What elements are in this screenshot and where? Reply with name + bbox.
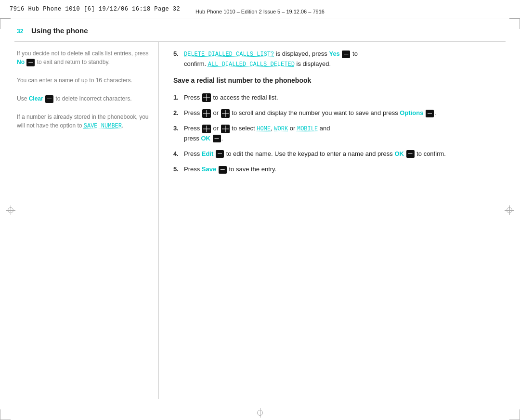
note1-no: No (17, 59, 25, 65)
step1-text-after: to access the redial list. (213, 94, 278, 101)
step3-content: Press or to select HOME, WORK or MOBILE … (184, 124, 501, 143)
step3-or2: or (288, 125, 297, 132)
step5-num: 5. (173, 165, 184, 174)
step5-confirm: confirm. (184, 60, 208, 67)
step5-top-num: 5. (173, 49, 184, 69)
step3-or: or (213, 125, 220, 132)
step3-num: 3. (173, 124, 184, 143)
step5-top: 5. DELETE DIALLED CALLS LIST? is display… (173, 49, 501, 69)
two-column-layout: If you decide not to delete all calls li… (14, 41, 506, 399)
left-note-3: Use Clear — to delete incorrect characte… (17, 94, 149, 103)
steps-list: 1. Press to access the redial list. 2. P… (173, 93, 501, 174)
left-column: If you decide not to delete all calls li… (14, 42, 159, 399)
step-5: 5. Press Save — to save the entry. (173, 165, 501, 174)
note1-text-before: If you decide not to delete all calls li… (17, 50, 148, 57)
step2-content: Press or to scroll and display the numbe… (184, 108, 501, 118)
step2-btn: — (426, 110, 434, 117)
step2-num: 2. (173, 108, 184, 118)
left-center-cross (6, 205, 15, 215)
reg-mark-br (509, 409, 520, 420)
note3-text-after: to delete incorrect characters. (54, 95, 131, 102)
step5-displayed: is displayed. (295, 60, 331, 67)
step3-press-ok: press (184, 135, 201, 142)
step5-btn: — (342, 51, 350, 58)
step-2: 2. Press or to scroll and display the nu… (173, 108, 501, 118)
step5-text-before: Press (184, 165, 202, 173)
step2-text-mid: to scroll and display the number you wan… (232, 109, 400, 116)
step1-nav-icon (202, 93, 211, 102)
step3-text-after: and (320, 125, 330, 132)
step2-options: Options (400, 109, 423, 116)
step3-period: . (221, 135, 223, 142)
step3-ok: OK (201, 135, 210, 142)
section-heading: Save a redial list number to the phonebo… (173, 76, 501, 86)
step2-nav-icon1 (202, 109, 211, 118)
main-content: 32 Using the phone If you decide not to … (14, 26, 506, 406)
step5-lcd2: ALL DIALLED CALLS DELETED (208, 61, 295, 68)
step3-text-before: Press (184, 125, 202, 132)
step4-num: 4. (173, 149, 184, 159)
step2-text-before: Press (184, 109, 202, 116)
page-number: 32 (17, 28, 26, 35)
step5-text-after: to save the entry. (229, 165, 276, 173)
step3-nav-icon2 (221, 125, 230, 133)
step3-work: WORK (274, 126, 288, 132)
step3-btn: — (213, 135, 221, 142)
page-title: Using the phone (31, 26, 88, 35)
step1-text-before: Press (184, 94, 202, 101)
step4-text-before: Press (184, 150, 202, 157)
step5-top-content: DELETE DIALLED CALLS LIST? is displayed,… (184, 49, 501, 69)
right-center-cross (505, 205, 514, 215)
step3-nav-icon1 (202, 125, 211, 133)
step-3: 3. Press or to select HOME, WORK or MOBI… (173, 124, 501, 143)
step5-text-mid: is displayed, press (276, 50, 329, 57)
step1-content: Press to access the redial list. (184, 93, 501, 102)
step2-nav-icon2 (221, 109, 230, 118)
note3-btn: — (45, 95, 53, 103)
step2-period: . (434, 109, 436, 116)
step3-home: HOME (257, 126, 271, 132)
note3-text-before: Use (17, 95, 29, 102)
note3-clear: Clear (29, 95, 43, 102)
note4-text-after: . (122, 122, 123, 129)
step5-to: to (352, 50, 358, 57)
header-sub-text: Hub Phone 1010 – Edition 2 Issue 5 – 19.… (0, 9, 520, 14)
note4-text-before: If a number is already stored in the pho… (17, 114, 149, 129)
step5-save: Save (202, 165, 216, 173)
step3-mobile: MOBILE (297, 126, 318, 132)
right-column: 5. DELETE DIALLED CALLS LIST? is display… (159, 42, 506, 399)
step1-num: 1. (173, 93, 184, 102)
step4-ok: OK (394, 150, 404, 157)
step4-edit: Edit (202, 150, 214, 157)
reg-mark-tr (509, 18, 520, 29)
reg-mark-tl (0, 18, 11, 29)
step4-content: Press Edit — to edit the name. Use the k… (184, 149, 501, 159)
left-note-2: You can enter a name of up to 16 charact… (17, 76, 149, 85)
step-4: 4. Press Edit — to edit the name. Use th… (173, 149, 501, 159)
step4-btn2: — (406, 150, 415, 158)
left-note-4: If a number is already stored in the pho… (17, 113, 149, 130)
step5-save-btn: — (219, 166, 227, 174)
note1-text-after: to exit and return to standby. (35, 59, 110, 65)
step4-btn1: — (216, 150, 224, 158)
page-header: 32 Using the phone (14, 26, 506, 35)
reg-mark-bl (0, 409, 11, 420)
step5-content: Press Save — to save the entry. (184, 165, 501, 174)
step4-text-after: to confirm. (415, 150, 446, 157)
note4-lcd: SAVE NUMBER (84, 123, 122, 129)
left-note-1: If you decide not to delete all calls li… (17, 49, 149, 66)
step5-yes: Yes (329, 50, 339, 57)
bottom-center-cross (255, 408, 265, 418)
step-1: 1. Press to access the redial list. (173, 93, 501, 102)
step4-text-mid: to edit the name. Use the keypad to ente… (226, 150, 395, 157)
note2-text: You can enter a name of up to 16 charact… (17, 77, 132, 84)
step5-lcd1: DELETE DIALLED CALLS LIST? (184, 51, 274, 58)
step3-text-mid: to select (232, 125, 257, 132)
step2-or: or (213, 109, 220, 116)
note1-btn: — (26, 59, 35, 66)
